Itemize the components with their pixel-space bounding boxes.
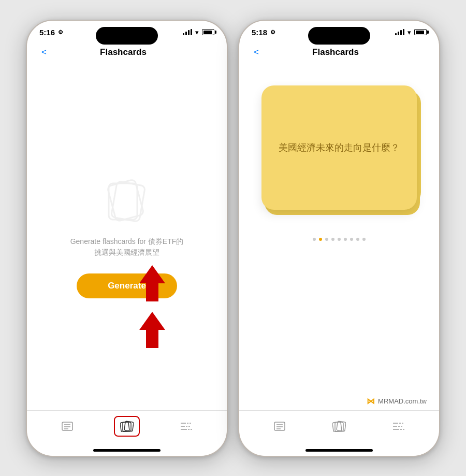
flashcards-tab-icon-left [120,421,134,432]
nav-title-right: Flashcards [263,47,408,57]
back-button-left[interactable]: < [37,45,51,60]
status-icons-left: ▾ [183,28,214,36]
dot-5 [338,238,341,241]
pagination-dots [239,229,439,249]
notes-tab-icon-left [61,421,74,431]
dot-2 [319,238,322,241]
tab-flashcards-right[interactable] [326,416,352,437]
nav-bar-right: < Flashcards [239,41,439,66]
status-time-left: 5:16 ⚙ [39,28,63,37]
notes-tab-icon-right [273,421,286,431]
signal-icon-right [395,29,404,35]
quiz-tab-icon-left [180,421,193,432]
settings-icon-right: ⚙ [270,29,275,36]
signal-icon-left [183,29,192,35]
svg-rect-24 [335,422,343,431]
nav-bar-left: < Flashcards [27,41,227,66]
battery-icon-right [414,29,427,35]
dot-3 [325,238,328,241]
svg-marker-3 [139,265,165,301]
dot-1 [313,238,316,241]
tab-notes-right[interactable] [267,416,293,437]
quiz-tab-icon-right [392,421,405,432]
svg-marker-4 [139,312,165,348]
main-content-left: Generate flashcards for 債券ETF的挑選與美國經濟展望 … [27,66,227,410]
flashcard-main[interactable]: 美國經濟未來的走向是什麼？ [261,85,417,210]
tab-bar-left [27,410,227,447]
tab-bar-right [239,410,439,447]
tab-quiz-left[interactable] [173,416,199,437]
tab-flashcards-left[interactable] [114,416,140,437]
back-button-right[interactable]: < [250,45,263,60]
watermark-text: MRMAD.com.tw [378,397,427,405]
settings-icon-left: ⚙ [58,29,63,36]
phone-right: 5:18 ⚙ ▾ < Flashcards [238,20,440,457]
dot-6 [344,238,347,241]
wifi-icon-left: ▾ [195,28,199,36]
watermark: ⋈ MRMAD.com.tw [239,392,439,410]
arrow-upper [137,265,168,301]
flashcards-empty-icon [96,177,158,224]
flashcards-tab-icon-right [332,421,346,432]
battery-icon-left [202,29,214,35]
generate-description: Generate flashcards for 債券ETF的挑選與美國經濟展望 [70,236,184,258]
status-time-right: 5:18 ⚙ [252,28,275,37]
status-icons-right: ▾ [395,28,427,36]
tab-notes-left[interactable] [54,416,80,437]
svg-rect-11 [123,422,131,431]
flashcard-stack: 美國經濟未來的走向是什麼？ [261,85,417,210]
watermark-logo: ⋈ [367,396,375,406]
flashcard-area[interactable]: 美國經濟未來的走向是什麼？ [239,66,439,229]
wifi-icon-right: ▾ [407,28,411,36]
arrow-lower [137,312,168,348]
home-indicator-left [93,449,161,452]
dynamic-island-right [308,27,370,45]
dot-8 [356,238,359,241]
dot-9 [362,238,366,241]
flashcard-question: 美國經濟未來的走向是什麼？ [268,131,410,164]
phone-left: 5:16 ⚙ ▾ < Flashcards [26,20,228,457]
tab-quiz-right[interactable] [386,416,412,437]
dot-4 [331,238,334,241]
dynamic-island-left [96,27,158,45]
dot-7 [350,238,353,241]
nav-title-left: Flashcards [51,47,196,57]
home-indicator-right [305,449,373,452]
arrow-indicators [137,265,168,348]
